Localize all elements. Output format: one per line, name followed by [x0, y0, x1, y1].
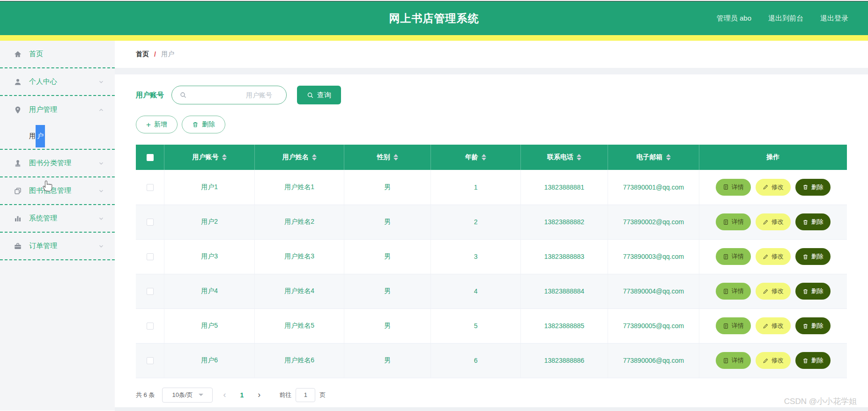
edit-button[interactable]: 修改 — [756, 317, 791, 334]
user-table: 用户账号用户姓名性别年龄联系电话电子邮箱操作 用户1用户姓名1男11382388… — [136, 145, 847, 378]
delete-button[interactable]: 删除 — [795, 317, 831, 334]
action-button-label: 修改 — [772, 287, 784, 295]
detail-button[interactable]: 详情 — [716, 179, 751, 196]
layout: 首页个人中心用户管理用户图书分类管理图书信息管理系统管理订单管理 首页 / 用户… — [0, 41, 868, 411]
sort-arrows-icon[interactable] — [222, 154, 227, 161]
detail-button[interactable]: 详情 — [716, 213, 751, 230]
cell-gender: 男 — [344, 308, 431, 343]
sort-arrows-icon[interactable] — [577, 154, 581, 161]
breadcrumb: 首页 / 用户 — [115, 41, 868, 68]
sidebar-item-system-management[interactable]: 系统管理 — [0, 205, 115, 233]
search-row: 用户账号 查询 — [136, 86, 847, 104]
sort-arrows-icon[interactable] — [312, 154, 317, 161]
action-button-label: 修改 — [772, 183, 784, 191]
detail-button[interactable]: 详情 — [716, 317, 751, 334]
action-button-label: 修改 — [772, 356, 784, 365]
cell-email: 773890001@qq.com — [608, 170, 699, 205]
delete-button[interactable]: 删除 — [795, 213, 831, 230]
table-row: 用户4用户姓名4男413823888884773890004@qq.com详情修… — [136, 274, 847, 308]
chevron-up-icon — [98, 107, 104, 113]
column-header-inner: 用户账号 — [193, 153, 227, 161]
column-header-1[interactable]: 用户账号 — [164, 145, 255, 170]
delete-button[interactable]: 删除 — [795, 283, 831, 300]
edit-button[interactable]: 修改 — [756, 213, 791, 230]
stamp-icon — [13, 159, 22, 168]
column-label: 用户姓名 — [282, 153, 309, 161]
sidebar-item-book-category-management[interactable]: 图书分类管理 — [0, 150, 115, 177]
delete-selected-button[interactable]: 删除 — [182, 116, 225, 133]
cell-account: 用户6 — [164, 343, 255, 378]
sort-arrows-icon[interactable] — [666, 154, 671, 161]
breadcrumb-home[interactable]: 首页 — [136, 50, 149, 59]
sort-arrows-icon[interactable] — [393, 154, 398, 161]
delete-button[interactable]: 删除 — [795, 248, 831, 265]
column-header-inner: 操作 — [766, 153, 779, 161]
row-checkbox[interactable] — [147, 323, 154, 330]
accent-yellow-bar — [0, 35, 868, 41]
delete-button[interactable]: 删除 — [795, 179, 831, 196]
query-button[interactable]: 查询 — [297, 86, 341, 104]
column-header-3[interactable]: 性别 — [344, 145, 431, 170]
sidebar-item-home[interactable]: 首页 — [0, 41, 115, 68]
column-header-4[interactable]: 年龄 — [431, 145, 520, 170]
goto-page-input[interactable] — [296, 388, 315, 402]
pagination: 共 6 条 10条/页 ‹ 1 › 前往 页 — [136, 388, 847, 403]
search-input[interactable] — [187, 91, 279, 99]
sidebar-item-book-info-management[interactable]: 图书信息管理 — [0, 177, 115, 205]
sort-arrows-icon[interactable] — [482, 154, 486, 161]
table-header-row: 用户账号用户姓名性别年龄联系电话电子邮箱操作 — [136, 145, 847, 170]
action-button-label: 详情 — [732, 356, 744, 365]
header-link-logout[interactable]: 退出登录 — [820, 14, 848, 23]
edit-button[interactable]: 修改 — [756, 248, 791, 265]
content-card: 用户账号 查询 + 新增 — [115, 74, 868, 411]
chevron-down-icon — [199, 394, 203, 396]
edit-button[interactable]: 修改 — [756, 283, 791, 300]
row-checkbox[interactable] — [147, 219, 154, 226]
cell-actions: 详情修改删除 — [699, 308, 847, 343]
row-checkbox[interactable] — [147, 357, 154, 364]
row-checkbox[interactable] — [147, 288, 154, 295]
search-icon — [307, 92, 314, 99]
current-page-number[interactable]: 1 — [240, 391, 244, 399]
table-row: 用户5用户姓名5男513823888885773890005@qq.com详情修… — [136, 308, 847, 343]
csdn-watermark: CSDN @小小花学姐 — [784, 396, 857, 407]
add-button-label: 新增 — [154, 120, 167, 129]
edit-button[interactable]: 修改 — [756, 352, 791, 369]
column-header-inner: 性别 — [377, 153, 398, 161]
action-button-label: 删除 — [811, 287, 823, 295]
header-link-admin[interactable]: 管理员 abo — [717, 14, 751, 23]
cell-gender: 男 — [344, 170, 431, 205]
cell-phone: 13823888885 — [520, 308, 608, 343]
edit-button[interactable]: 修改 — [756, 179, 791, 196]
column-header-5[interactable]: 联系电话 — [520, 145, 608, 170]
column-header-2[interactable]: 用户姓名 — [255, 145, 344, 170]
page-size-select[interactable]: 10条/页 — [162, 388, 213, 403]
cell-gender: 男 — [344, 205, 431, 239]
table-row: 用户2用户姓名2男213823888882773890002@qq.com详情修… — [136, 205, 847, 239]
detail-button[interactable]: 详情 — [716, 352, 751, 369]
sidebar-item-label: 首页 — [29, 50, 43, 59]
sidebar-subitem-user[interactable]: 用户 — [0, 124, 115, 150]
prev-page-button[interactable]: ‹ — [223, 390, 226, 400]
delete-button[interactable]: 删除 — [795, 352, 831, 369]
document-icon — [723, 323, 729, 329]
row-checkbox[interactable] — [147, 184, 154, 191]
header-link-exit-to-front[interactable]: 退出到前台 — [768, 14, 803, 23]
sidebar-item-user-management[interactable]: 用户管理 — [0, 96, 115, 124]
select-all-checkbox[interactable] — [147, 154, 154, 161]
pencil-icon — [763, 358, 769, 364]
cell-phone: 13823888882 — [520, 205, 608, 239]
column-header-6[interactable]: 电子邮箱 — [608, 145, 699, 170]
row-checkbox-cell — [136, 205, 164, 239]
action-button-label: 删除 — [811, 252, 823, 261]
sidebar-item-profile-center[interactable]: 个人中心 — [0, 68, 115, 96]
sidebar-item-order-management[interactable]: 订单管理 — [0, 233, 115, 260]
row-checkbox[interactable] — [147, 253, 154, 260]
detail-button[interactable]: 详情 — [716, 283, 751, 300]
cell-actions: 详情修改删除 — [699, 274, 847, 308]
add-button[interactable]: + 新增 — [136, 116, 178, 133]
cell-actions: 详情修改删除 — [699, 205, 847, 239]
select-all-checkbox-header — [136, 145, 164, 170]
detail-button[interactable]: 详情 — [716, 248, 751, 265]
next-page-button[interactable]: › — [258, 390, 260, 400]
